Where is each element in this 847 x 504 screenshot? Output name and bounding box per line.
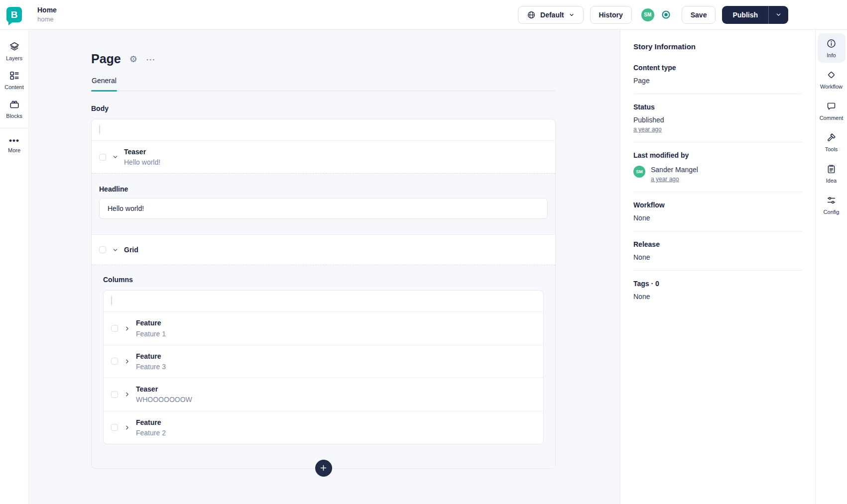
chevron-right-icon[interactable] xyxy=(123,358,130,365)
blocks-icon xyxy=(9,99,20,110)
headline-input[interactable] xyxy=(99,198,548,219)
block-preview: Feature 1 xyxy=(136,329,166,338)
rail-item-config[interactable]: Config xyxy=(818,190,846,219)
comment-bubble-icon xyxy=(826,101,837,111)
top-bar: B Home home Default History SM xyxy=(0,0,847,30)
sidebar-item-blocks[interactable]: Blocks xyxy=(0,95,28,123)
select-all-checkbox[interactable] xyxy=(111,296,112,305)
save-button-label: Save xyxy=(691,11,707,19)
block-preview: Feature 3 xyxy=(136,362,166,371)
row-checkbox[interactable] xyxy=(99,246,106,253)
panel-divider xyxy=(633,94,802,94)
chevron-right-icon[interactable] xyxy=(123,325,130,332)
app-window: B Home home Default History SM xyxy=(0,0,847,504)
editor-content-column: Page ⚙ ⋯ General Body xyxy=(91,52,556,469)
rail-item-label: Comment xyxy=(820,115,844,121)
rail-item-workflow[interactable]: Workflow xyxy=(818,65,846,94)
content-type-value: Page xyxy=(633,77,802,85)
block-row-text: Feature Feature 3 xyxy=(136,352,166,371)
chevron-right-icon[interactable] xyxy=(123,424,130,431)
teaser-expanded-section: Headline xyxy=(92,173,555,235)
topbar-actions: Default History SM Save Publish xyxy=(518,6,847,24)
plus-icon xyxy=(320,464,327,472)
story-title: Home xyxy=(37,6,57,15)
content-icon xyxy=(9,70,20,81)
block-type: Grid xyxy=(124,246,138,254)
language-selector[interactable]: Default xyxy=(518,6,583,24)
chevron-down-icon[interactable] xyxy=(112,247,119,253)
block-type: Teaser xyxy=(124,147,160,156)
modified-time-link[interactable]: a year ago xyxy=(651,176,679,183)
sidebar-item-label: Content xyxy=(4,84,24,90)
modifier-info: Sander Mangel a year ago xyxy=(651,166,698,183)
config-sliders-icon xyxy=(826,195,837,205)
user-avatar[interactable]: SM xyxy=(641,8,654,21)
save-button[interactable]: Save xyxy=(682,6,716,24)
block-preview: Feature 2 xyxy=(136,428,166,437)
panel-divider xyxy=(633,270,802,271)
rail-item-comment[interactable]: Comment xyxy=(818,96,846,125)
block-row-text: Teaser WHOOOOOOOW xyxy=(136,385,192,404)
status-time-link[interactable]: a year ago xyxy=(633,126,662,133)
layers-icon xyxy=(9,41,20,52)
workflow-value: None xyxy=(633,214,802,222)
block-row-grid[interactable]: Grid xyxy=(92,235,555,265)
rail-item-info[interactable]: Info xyxy=(818,33,846,63)
title-options-icon[interactable]: ⋯ xyxy=(146,54,156,65)
history-button[interactable]: History xyxy=(590,6,632,24)
history-button-label: History xyxy=(599,11,623,19)
right-sidebar: Info Workflow Comment xyxy=(815,30,847,504)
block-row-feature-2[interactable]: Feature Feature 2 xyxy=(104,411,543,444)
modifier-avatar: SM xyxy=(633,166,645,178)
rail-item-tools[interactable]: Tools xyxy=(818,127,846,157)
row-checkbox[interactable] xyxy=(99,154,106,161)
row-checkbox[interactable] xyxy=(111,424,118,431)
rail-item-idea[interactable]: Idea xyxy=(818,159,846,188)
block-row-teaser[interactable]: Teaser Hello world! xyxy=(92,141,555,173)
sidebar-item-content[interactable]: Content xyxy=(0,66,28,95)
workflow-diamond-icon xyxy=(826,70,837,80)
tab-general[interactable]: General xyxy=(91,77,117,91)
release-value: None xyxy=(633,253,802,261)
body-field-label: Body xyxy=(91,104,556,112)
columns-field-label: Columns xyxy=(103,276,544,284)
content-type-label: Content type xyxy=(633,64,802,72)
block-type: Teaser xyxy=(136,385,192,394)
publish-button-label: Publish xyxy=(732,11,758,19)
language-selector-label: Default xyxy=(540,11,564,19)
publish-button[interactable]: Publish xyxy=(722,6,768,24)
chevron-right-icon[interactable] xyxy=(123,391,130,398)
publish-button-group: Publish xyxy=(722,6,788,24)
row-checkbox[interactable] xyxy=(111,391,118,398)
block-row-text: Feature Feature 2 xyxy=(136,418,166,437)
add-block-button[interactable] xyxy=(315,460,332,477)
block-row-text: Feature Feature 1 xyxy=(136,318,166,338)
storyblok-logo-icon[interactable]: B xyxy=(6,7,22,22)
row-checkbox[interactable] xyxy=(111,325,118,332)
chevron-down-icon xyxy=(569,12,575,18)
headline-field-label: Headline xyxy=(99,185,548,193)
sidebar-item-layers[interactable]: Layers xyxy=(0,37,28,66)
settings-gear-icon[interactable]: ⚙ xyxy=(129,54,137,64)
chevron-down-icon xyxy=(775,11,782,18)
chevron-down-icon[interactable] xyxy=(112,154,119,160)
block-row-feature-3[interactable]: Feature Feature 3 xyxy=(104,345,543,378)
last-modified-label: Last modified by xyxy=(633,151,802,159)
select-all-checkbox[interactable] xyxy=(99,125,100,134)
workspace: Layers Content xyxy=(0,30,847,504)
row-checkbox[interactable] xyxy=(111,358,118,365)
publish-options-button[interactable] xyxy=(768,6,788,24)
sidebar-item-more[interactable]: ••• More xyxy=(0,133,28,158)
editor-tabs: General xyxy=(91,77,556,91)
tags-label: Tags · 0 xyxy=(633,280,802,288)
rail-item-label: Idea xyxy=(826,178,837,184)
block-row-teaser-whoow[interactable]: Teaser WHOOOOOOOW xyxy=(104,378,543,410)
block-row-feature-1[interactable]: Feature Feature 1 xyxy=(104,311,543,344)
sidebar-item-label: Layers xyxy=(6,55,22,61)
left-sidebar: Layers Content xyxy=(0,30,29,504)
status-label: Status xyxy=(633,103,802,111)
block-preview: WHOOOOOOOW xyxy=(136,395,192,404)
editor-main: Page ⚙ ⋯ General Body xyxy=(29,30,620,504)
presence-indicator-icon[interactable] xyxy=(661,9,671,20)
tags-value: None xyxy=(633,293,802,301)
